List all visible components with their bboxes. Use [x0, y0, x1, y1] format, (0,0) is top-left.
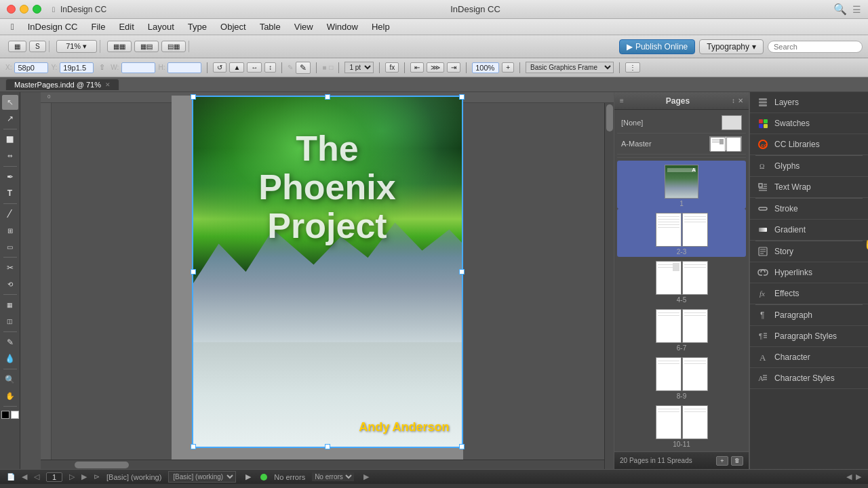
spread-4-5[interactable]: 4-5	[617, 257, 746, 305]
search-icon[interactable]: 🔍	[833, 3, 847, 16]
menu-object[interactable]: Object	[215, 20, 252, 33]
status-last-icon[interactable]: ⊳	[94, 472, 100, 481]
maximize-button[interactable]	[33, 5, 41, 14]
panel-item-character[interactable]: A Character	[750, 347, 868, 368]
minimize-button[interactable]	[20, 5, 28, 14]
menu-help[interactable]: Help	[366, 20, 395, 33]
line-tool[interactable]: ∕	[2, 207, 18, 222]
pages-panel-menu-icon[interactable]: ≡	[620, 97, 624, 104]
spread-1[interactable]: A 1	[617, 161, 746, 209]
fill-color-box[interactable]	[1, 411, 9, 419]
status-errors-select[interactable]: No errors	[312, 472, 354, 481]
panel-item-character-styles[interactable]: A Character Styles	[750, 368, 868, 389]
shear-button[interactable]: ▲	[229, 62, 244, 73]
master-a-row[interactable]: A-Master	[617, 134, 746, 155]
pen-tool[interactable]: ✒	[2, 169, 18, 184]
frame-style-select[interactable]: Basic Graphics Frame	[526, 62, 614, 73]
panel-item-layers[interactable]: Layers	[750, 92, 868, 113]
menu-window[interactable]: Window	[321, 20, 363, 33]
spread-10-11[interactable]: 10-11	[617, 401, 746, 449]
menu-view[interactable]: View	[289, 20, 319, 33]
eyedropper-tool[interactable]: 💧	[2, 351, 18, 366]
spread-page-3[interactable]	[682, 213, 708, 247]
zoom-tool[interactable]: 🔍	[2, 372, 18, 387]
spread-page-5[interactable]	[682, 261, 708, 295]
spread-page-1[interactable]: A	[665, 165, 698, 199]
align-left-button[interactable]: ⇤	[410, 62, 424, 73]
gap-tool[interactable]: ⇔	[2, 148, 18, 163]
scroll-right-icon[interactable]: ▶	[856, 472, 861, 481]
status-next-icon[interactable]: ▶	[81, 472, 87, 481]
status-next-page-icon[interactable]: ▷	[69, 472, 75, 481]
rectangle-tool[interactable]: ▭	[2, 239, 18, 254]
gradient-swatch-tool[interactable]: ▦	[2, 298, 18, 312]
h-field[interactable]	[167, 62, 201, 73]
zoom-percent-input[interactable]	[472, 62, 499, 73]
menu-edit[interactable]: Edit	[113, 20, 139, 33]
panel-item-swatches[interactable]: Swatches	[750, 113, 868, 134]
text-frame-button[interactable]: S	[29, 41, 46, 52]
menu-apple[interactable]: 	[5, 20, 20, 33]
stroke-color-box[interactable]	[11, 411, 19, 419]
type-tool[interactable]: T	[2, 186, 18, 201]
pages-panel-close-icon[interactable]: ✕	[738, 97, 743, 104]
rectangle-frame-tool[interactable]: ⊞	[2, 223, 18, 238]
layout-button[interactable]: ▤▦	[161, 41, 186, 52]
zoom-dropdown[interactable]: 71% ▾	[56, 40, 97, 53]
panel-item-paragraph-styles[interactable]: ¶ Paragraph Styles	[750, 326, 868, 347]
panel-item-stroke[interactable]: Stroke	[750, 199, 868, 220]
vertical-scrollbar[interactable]	[604, 103, 614, 469]
page-tool[interactable]: ⬜	[2, 132, 18, 147]
tab-close-icon[interactable]: ✕	[105, 81, 111, 88]
status-expand-icon[interactable]: ▶	[363, 472, 369, 481]
scale-y-button[interactable]: ↕	[264, 62, 276, 73]
close-button[interactable]	[7, 5, 16, 14]
arrange-button[interactable]: ▦▤	[134, 41, 159, 52]
spread-page-8[interactable]	[656, 357, 682, 391]
scrollbar-thumb[interactable]	[606, 104, 613, 131]
pen-button[interactable]: ✎	[296, 62, 311, 74]
spread-page-6[interactable]	[656, 309, 682, 343]
gradient-feather-tool[interactable]: ◫	[2, 314, 18, 329]
panel-item-gradient[interactable]: Gradient	[750, 220, 868, 241]
align-right-button[interactable]: ⇥	[447, 62, 460, 73]
stroke-weight-select[interactable]: 1 pt	[344, 62, 374, 73]
view-options-button[interactable]: ▦▦	[107, 41, 132, 52]
selection-tool[interactable]: ↖	[2, 95, 18, 110]
spread-2-3[interactable]: 2-3 ✋	[617, 209, 746, 257]
direct-select-tool[interactable]: ↗	[2, 111, 18, 126]
spread-page-7[interactable]	[682, 309, 708, 343]
search-input[interactable]	[768, 41, 863, 53]
spread-page-9[interactable]	[682, 357, 708, 391]
scale-x-button[interactable]: ↔	[247, 62, 262, 73]
panel-item-hyperlinks[interactable]: Hyperlinks	[750, 262, 868, 283]
scissors-tool[interactable]: ✂	[2, 260, 18, 275]
rotation-button[interactable]: ↺	[213, 62, 226, 73]
list-icon[interactable]: ☰	[852, 4, 861, 15]
free-transform-tool[interactable]: ⟲	[2, 277, 18, 291]
x-field[interactable]	[14, 62, 48, 73]
horizontal-scrollbar[interactable]	[41, 460, 604, 469]
panel-item-glyphs[interactable]: Ω Glyphs	[750, 156, 868, 177]
page-number-input[interactable]: 1	[46, 472, 62, 482]
traffic-lights[interactable]	[7, 5, 41, 14]
publish-online-button[interactable]: ▶ Publish Online	[619, 39, 695, 54]
panel-item-effects[interactable]: fx Effects	[750, 283, 868, 304]
fx-button[interactable]: fx	[385, 62, 399, 73]
frame-type-button[interactable]: ▦	[8, 41, 26, 52]
zoom-in-button[interactable]: +	[502, 62, 514, 73]
document-tab[interactable]: MasterPages.indd @ 71% ✕	[5, 79, 119, 90]
menu-table[interactable]: Table	[254, 20, 286, 33]
panel-item-story[interactable]: Story	[750, 241, 868, 262]
align-center-button[interactable]: ⋙	[427, 62, 444, 73]
scroll-left-icon[interactable]: ◀	[846, 472, 852, 481]
panel-item-paragraph[interactable]: ¶ Paragraph	[750, 305, 868, 326]
spread-page-4[interactable]	[656, 261, 682, 295]
w-field[interactable]	[121, 62, 155, 73]
align-distribute-button[interactable]: ⋮	[625, 62, 640, 73]
add-page-button[interactable]: +	[716, 456, 728, 466]
spread-8-9[interactable]: 8-9	[617, 353, 746, 401]
status-doc-icon[interactable]: 📄	[7, 473, 15, 481]
spread-6-7[interactable]: 6-7	[617, 305, 746, 353]
spread-page-10[interactable]	[656, 405, 682, 439]
